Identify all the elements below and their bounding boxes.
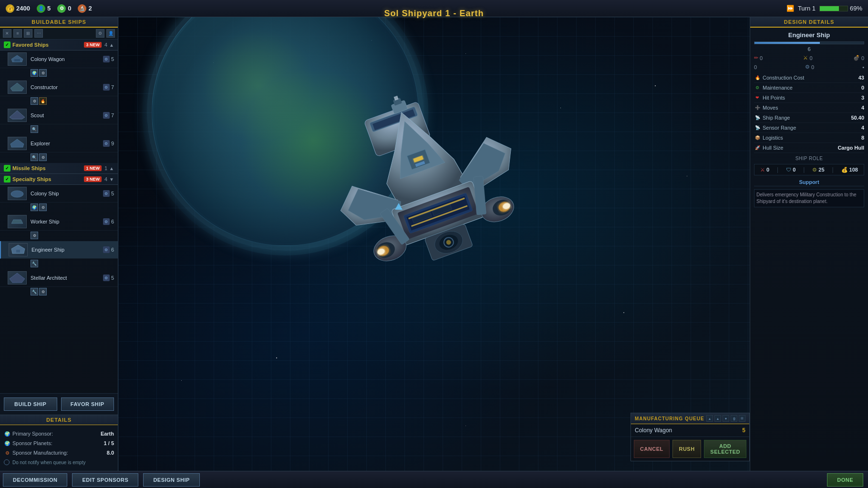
research-icon: 🔬 xyxy=(78,4,86,13)
edit-sponsors-button[interactable]: Edit Sponsors xyxy=(72,473,138,487)
decommission-button[interactable]: Decommission xyxy=(3,473,67,487)
mfg-header-title: Manufacturing Queue xyxy=(635,416,704,421)
mfg-down-btn[interactable]: ▼ xyxy=(723,415,729,422)
add-selected-button[interactable]: Add Selected xyxy=(704,440,746,458)
sponsor-mfg-row: ⚙ Sponsor Manufacturing: 8.0 xyxy=(4,448,114,458)
credits-icon: 💰 xyxy=(6,4,14,13)
notify-checkbox[interactable] xyxy=(4,459,10,465)
cost-icon: ⚙ xyxy=(103,140,110,147)
ship-description: Delivers emergency Military Construction… xyxy=(754,189,864,207)
maintenance-icon: ⚙ xyxy=(754,84,761,91)
filter-icon[interactable]: ✕ xyxy=(3,29,11,38)
research-value: 2 xyxy=(88,5,92,12)
turn-value: Turn 1 xyxy=(798,5,816,12)
sensor-range-row: 📡 Sensor Range 4 xyxy=(754,123,864,133)
specialty-check-icon: ✓ xyxy=(4,176,10,183)
role-attack-icon: ⚔ xyxy=(760,167,765,173)
cost-icon: ⚙ xyxy=(103,218,110,225)
attack-icon: ✏ xyxy=(754,55,758,61)
cursor xyxy=(395,203,403,210)
details-content: 🌍 Primary Sponsor: Earth 🌍 Sponsor Plane… xyxy=(0,425,118,471)
mfg-item-turns: 5 xyxy=(742,427,745,434)
svg-rect-2 xyxy=(16,250,20,253)
health-container: 69% xyxy=(819,5,862,12)
design-details-content: Engineer Ship 6 ✏ 0 ⚔ 0 💣 0 0 ⚙ xyxy=(750,28,868,211)
notify-row: Do not notify when queue is empty xyxy=(4,458,114,467)
design-ship-name: Engineer Ship xyxy=(754,31,864,39)
design-details-header: Design Details xyxy=(750,17,868,28)
ship-abilities: 🔧 ⚙ xyxy=(0,287,118,297)
rush-button[interactable]: Rush xyxy=(672,440,701,458)
health-value: 69% xyxy=(850,5,862,12)
list-item[interactable]: Explorer ⚙ 9 xyxy=(0,135,118,152)
list-item[interactable]: Colony Wagon ⚙ 5 xyxy=(0,51,118,68)
ship-role-section: Ship Role ⚔ 0 | 🛡 0 | ⚙ 25 | 💰 xyxy=(754,156,864,207)
slider-value: 6 xyxy=(754,46,864,52)
left-panel: Buildable Ships ✕ ≡ ⊞ ⋯ ⚙ 👤 ✓ Favored Sh… xyxy=(0,17,118,471)
person-icon[interactable]: 👤 xyxy=(106,29,115,38)
buildable-ships-header: Buildable Ships xyxy=(0,17,118,28)
hit-points-row: ❤ Hit Points 3 xyxy=(754,93,864,103)
defense-icon: ⚔ xyxy=(803,55,808,61)
credits-value: 2400 xyxy=(16,5,30,12)
role-value-icon: 💰 xyxy=(841,167,848,173)
ship-abilities: 🔧 xyxy=(0,259,118,269)
svg-rect-0 xyxy=(14,59,20,61)
mfg-copy-btn[interactable]: ⊞ xyxy=(739,415,745,422)
sort-icon[interactable]: ≡ xyxy=(13,29,22,38)
build-ship-button[interactable]: Build Ship xyxy=(4,397,57,411)
cost-icon: ⚙ xyxy=(103,246,110,253)
options-icon[interactable]: ⋯ xyxy=(34,29,43,38)
stat2: ⚙ 0 xyxy=(805,64,814,70)
planets-icon: 🌍 xyxy=(4,440,10,447)
resources-bar: 💰 2400 👤 5 ⚙ 0 🔬 2 xyxy=(6,4,92,13)
manufacturing-queue: Manufacturing Queue ▲ ▲ ▼ 🗑 ⊞ Colony Wag… xyxy=(630,413,750,461)
favor-ship-button[interactable]: Favor Ship xyxy=(61,397,114,411)
view-icon[interactable]: ⊞ xyxy=(24,29,32,38)
mfg-up2-btn[interactable]: ▲ xyxy=(714,415,721,422)
bottom-right: Done xyxy=(824,473,865,487)
hull-size-row: 🚀 Hull Size Cargo Hull xyxy=(754,143,864,153)
specialty-ships-category[interactable]: ✓ Specialty Ships 3 NEW 4 ▼ xyxy=(0,174,118,185)
mfg-up-btn[interactable]: ▲ xyxy=(706,415,713,422)
ships-list: ✓ Favored Ships 3 NEW 4 ▲ Colony Wagon ⚙… xyxy=(0,40,118,393)
list-item[interactable]: Constructor ⚙ 7 xyxy=(0,79,118,96)
ship-thumb xyxy=(8,271,27,285)
center-view xyxy=(118,17,750,471)
manage-icon[interactable]: ⚙ xyxy=(96,29,104,38)
turn-display: ⏩ Turn 1 69% xyxy=(786,5,862,12)
ships-toolbar: ✕ ≡ ⊞ ⋯ ⚙ 👤 xyxy=(0,28,118,40)
design-ship-button[interactable]: Design Ship xyxy=(143,473,199,487)
cancel-button[interactable]: Cancel xyxy=(634,440,670,458)
mfg-trash-btn[interactable]: 🗑 xyxy=(731,415,737,422)
stat3: • xyxy=(862,64,864,70)
design-stats-list: 🔥 Construction Cost 43 ⚙ Maintenance 0 ❤… xyxy=(754,73,864,153)
ship-thumb xyxy=(8,52,27,66)
role-defense-icon: 🛡 xyxy=(786,167,791,173)
logistics-icon: 📦 xyxy=(754,134,761,141)
list-item[interactable]: Worker Ship ⚙ 6 xyxy=(0,213,118,231)
ship-thumb xyxy=(8,109,27,122)
mfg-queue-header: Manufacturing Queue ▲ ▲ ▼ 🗑 ⊞ xyxy=(631,413,749,424)
list-item[interactable]: Engineer Ship ⚙ 6 xyxy=(0,241,118,259)
moves-icon: ➕ xyxy=(754,104,761,111)
support-badge: Support xyxy=(754,178,864,186)
cost-icon: ⚙ xyxy=(103,56,110,62)
other-stats-row: 0 ⚙ 0 • xyxy=(754,64,864,70)
health-fill xyxy=(820,6,839,11)
stat1: 0 xyxy=(754,64,757,70)
list-item[interactable]: Scout ⚙ 7 xyxy=(0,107,118,124)
sponsor-planets-row: 🌍 Sponsor Planets: 1 / 5 xyxy=(4,438,114,448)
done-button[interactable]: Done xyxy=(827,473,863,487)
mfg-item-row: Colony Wagon 5 xyxy=(631,424,749,437)
sensor-range-icon: 📡 xyxy=(754,124,761,131)
ship-thumb xyxy=(9,243,28,256)
ship-abilities: 🌍 ⚙ xyxy=(0,68,118,79)
missile-ships-category[interactable]: ✓ Missile Ships 1 NEW 1 ▲ xyxy=(0,163,118,174)
details-section: Details 🌍 Primary Sponsor: Earth 🌍 Spons… xyxy=(0,415,118,471)
list-item[interactable]: Stellar Architect ⚙ 5 xyxy=(0,269,118,287)
favored-ships-category[interactable]: ✓ Favored Ships 3 NEW 4 ▲ xyxy=(0,40,118,51)
list-item[interactable]: Colony Ship ⚙ 5 xyxy=(0,185,118,203)
ship-abilities: ⚙ 🔥 xyxy=(0,96,118,107)
bomb-icon: 💣 xyxy=(853,55,860,61)
